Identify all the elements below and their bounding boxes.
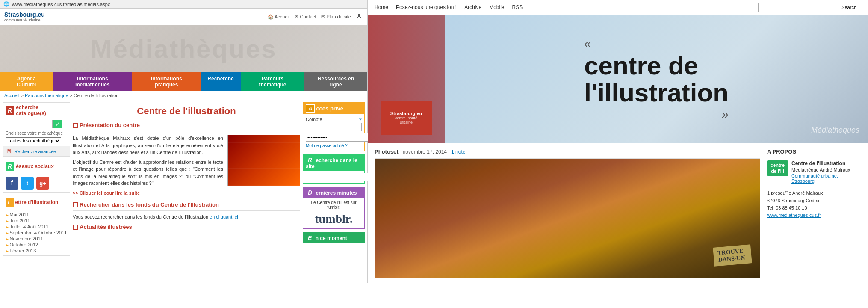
photoset-note[interactable]: 1 note (451, 149, 465, 155)
acces-prive-title: A ccès privé (303, 103, 364, 114)
recherche-site-title: R echerche dans le site (303, 155, 364, 171)
lettre-title: L ettre d'illustration (3, 196, 70, 208)
main-content: Centre de l'illustration Présentation du… (73, 102, 300, 259)
section-divider2 (73, 210, 300, 211)
recherche-fonds-section: Rechercher dans les fonds du Centre de l… (73, 201, 300, 219)
photoset-header: Photoset novembre 17, 2014 1 note (375, 148, 760, 155)
help-icon: ? (359, 117, 362, 122)
list-item: Novembre 2011 (6, 236, 67, 242)
compte-label: Compte ? (306, 117, 362, 122)
apropos-community-link[interactable]: Communauté urbaine. Strasbourg (791, 173, 861, 184)
password-input[interactable] (306, 133, 368, 142)
mediatheque-select[interactable]: Toutes les médiathèques (6, 137, 61, 144)
right-search-bar: Search (758, 3, 861, 12)
breadcrumb-accueil[interactable]: Accueil (4, 93, 19, 98)
presentation-section: Présentation du centre La Médiathèque Ma… (73, 122, 300, 196)
facebook-icon[interactable]: f (6, 177, 18, 190)
photoset-overlay: TROUVÉ DANS-UN- (713, 244, 752, 266)
list-item: Septembre & Octobre 2011 (6, 230, 67, 236)
nav-agenda[interactable]: Agenda Culturel (0, 72, 53, 91)
r-green-badge: R (6, 162, 14, 171)
tumblr-text: tumblr. (306, 212, 362, 226)
section-divider (73, 131, 300, 131)
nav-recherche[interactable]: Recherche (201, 72, 240, 91)
section-square-icon2 (73, 202, 78, 207)
en-ce-moment-box: E n ce moment (303, 232, 365, 243)
forgot-password-link[interactable]: Mot de passe oublié ? (306, 143, 362, 148)
recherche-fonds-link[interactable]: en cliquant ici (210, 214, 238, 219)
contact-link[interactable]: ✉ Contact (295, 14, 316, 20)
search-input-row: ✓ (3, 118, 70, 130)
site-header: Strasbourg.eu communauté urbaine 🏠 Accue… (0, 9, 367, 25)
globe-icon: 🌐 (3, 1, 9, 7)
address-line1: 1 presqu'île André Malraux (767, 190, 861, 197)
right-sidebar: A ccès privé Compte ? ✓ Mot de passe oub… (303, 102, 365, 259)
reseaux-title: R éseaux sociaux (3, 160, 70, 172)
hero-hands-bg (0, 25, 367, 72)
list-item: Juillet & Août 2011 (6, 224, 67, 230)
presentation-img-inner (228, 135, 300, 186)
hero-text-block: « centre del'illustration » (576, 28, 737, 130)
site-logo: Strasbourg.eu communauté urbaine (4, 11, 45, 22)
nav-info-pratiques[interactable]: Informations pratiques (132, 72, 201, 91)
list-item: Février 2013 (6, 248, 67, 254)
apropos-website-link[interactable]: www.mediatheques-cus.fr (767, 213, 821, 218)
right-search-input[interactable] (758, 3, 835, 12)
apropos-header: centrede l'ill Centre de l'illustration … (767, 160, 861, 187)
accueil-link[interactable]: 🏠 Accueil (268, 14, 290, 20)
list-item: Mai 2011 (6, 212, 67, 218)
breadcrumb-parcours[interactable]: Parcours thématique (25, 93, 68, 98)
lettre-list-container: Mai 2011 Juin 2011 Juillet & Août 2011 S… (3, 208, 70, 255)
recherche-catalogue-box: R echerche catalogue(s) ✓ Choisissez vot… (3, 102, 70, 157)
nav-rss[interactable]: RSS (512, 4, 523, 10)
centre-logo: centrede l'ill (767, 160, 788, 176)
plan-link[interactable]: ✉ Plan du site (321, 14, 351, 20)
logo-text: Strasbourg.eu (4, 11, 45, 18)
en-ce-moment-title: E n ce moment (303, 233, 364, 243)
advanced-search-link[interactable]: Recherche avancée (14, 149, 56, 154)
dernieres-body: Le Centre de l'ill' est sur tumblr: tumb… (303, 198, 364, 228)
nav-mobile[interactable]: Mobile (489, 4, 504, 10)
strasbourg-logo-right: Strasbourg.eu (390, 111, 422, 116)
lettre-illustration-box: L ettre d'illustration Mai 2011 Juin 201… (3, 196, 70, 256)
right-search-button[interactable]: Search (837, 3, 861, 12)
communaute-label: communautéurbaine (395, 116, 417, 124)
googleplus-icon[interactable]: g+ (36, 177, 49, 190)
catalogue-search-input[interactable] (6, 120, 53, 128)
photoset-label: Photoset (375, 148, 399, 155)
photoset-bg (375, 159, 760, 278)
lettre-label: ettre d'illustration (15, 199, 59, 205)
site-search-input[interactable] (306, 173, 368, 181)
recherche-label: echerche catalogue(s) (16, 104, 67, 116)
presentation-row: La Médiathèque Malraux s'est dotée d'un … (73, 135, 300, 196)
section-square-icon (73, 123, 78, 128)
advanced-search: M Recherche avancée (3, 146, 70, 156)
acces-prive-body: Compte ? ✓ Mot de passe oublié ? (303, 114, 364, 151)
twitter-icon[interactable]: t (21, 177, 34, 190)
apropos-title: A PROPOS (767, 148, 861, 157)
list-item: Juin 2011 (6, 218, 67, 224)
read-more-link[interactable]: >> Cliquer ici pour lire la suite (73, 190, 140, 195)
password-row: ✓ (306, 133, 362, 142)
compte-input[interactable] (306, 123, 362, 131)
recherche-fonds-title: Rechercher dans les fonds du Centre de l… (73, 201, 300, 208)
nav-info-mediatheques[interactable]: Informations médiathèques (53, 72, 132, 91)
photoset-image: TROUVÉ DANS-UN- (375, 158, 760, 278)
nav-archive[interactable]: Archive (464, 4, 481, 10)
photoset-section: Photoset novembre 17, 2014 1 note TROUVÉ… (375, 148, 760, 278)
nav-ressources[interactable]: Ressources en ligne (304, 72, 367, 91)
right-panel: Home Posez-nous une question ! Archive M… (368, 0, 868, 283)
photoset-date: novembre 17, 2014 (403, 149, 447, 155)
header-links: 🏠 Accueil ✉ Contact ✉ Plan du site 👁 (268, 13, 363, 21)
content-area: R echerche catalogue(s) ✓ Choisissez vot… (0, 100, 367, 262)
recherche-fonds-text: Vous pouvez rechercher dans les fonds du… (73, 214, 300, 219)
nav-parcours[interactable]: Parcours thématique (241, 72, 304, 91)
reseaux-label: éseaux sociaux (16, 163, 54, 169)
select-row: Toutes les médiathèques (3, 136, 70, 146)
nav-question[interactable]: Posez-nous une question ! (396, 4, 457, 10)
sidebar: R echerche catalogue(s) ✓ Choisissez vot… (3, 102, 70, 259)
accessibility-icon[interactable]: 👁 (356, 13, 363, 21)
presentation-text: La Médiathèque Malraux s'est dotée d'un … (73, 135, 223, 196)
catalogue-search-button[interactable]: ✓ (53, 120, 62, 128)
nav-home[interactable]: Home (375, 4, 388, 10)
